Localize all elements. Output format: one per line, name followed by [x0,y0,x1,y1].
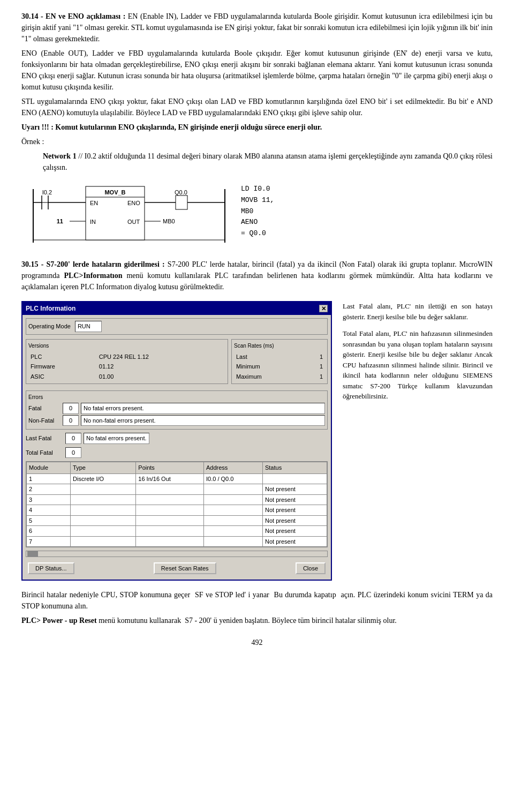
module-type [71,526,136,537]
operating-mode-value: RUN [75,321,102,332]
dialog-close-button[interactable]: ✕ [319,305,328,312]
paragraph-network: Network 1 // I0.2 aktif olduğunda 11 des… [43,151,493,173]
nonfatal-label: Non-Fatal [28,416,61,425]
scan-min-label: Minimum [234,362,307,372]
module-points [136,494,204,505]
module-address [203,494,262,505]
scan-rates-table: Last 1 Minimum 1 Maximum 1 [234,352,325,382]
reset-scan-rates-button[interactable]: Reset Scan Rates [154,562,216,574]
code-line-3: MB0 [241,206,274,217]
footer-paragraph-1: Birincil hatalar nedeniyle CPU, STOP kon… [21,589,493,612]
module-address [203,515,262,526]
plc-dialog-wrapper: PLC Information ✕ Operating Mode RUN Ver… [21,301,493,581]
firmware-value: 01.12 [97,362,225,372]
total-fatal-label: Total Fatal [26,448,63,457]
in-value: 11 [57,218,63,224]
total-fatal-item: Total Fatal 0 [26,447,81,458]
page-number: 492 [21,637,493,648]
table-row: Last 1 [234,352,325,362]
module-points [136,536,204,547]
table-row: Minimum 1 [234,362,325,372]
module-type [71,484,136,495]
module-points [136,484,204,495]
ladder-code: LD I0.0 MOVB 11, MB0 AENO = Q0.0 [241,184,274,239]
section-15-heading: 30.15 - S7-200' lerde hataların giderilm… [21,259,493,292]
module-type [71,515,136,526]
last-fatal-value: 0 [65,433,81,444]
versions-group-title: Versions [28,342,225,350]
module-status: Not present [262,484,327,495]
last-total-section: Last Fatal 0 No fatal errors present. [26,433,328,444]
horizontal-scrollbar[interactable] [26,551,328,557]
side-text-1: Last Fatal alanı, PLC' nin ilettiği en s… [343,301,493,322]
plc-information-dialog: PLC Information ✕ Operating Mode RUN Ver… [21,301,332,581]
module-address [203,505,262,516]
close-button[interactable]: Close [296,562,326,574]
module-points: 16 In/16 Out [136,473,204,484]
in-label: IN [90,219,96,225]
module-address [203,526,262,537]
table-row: 7 Not present [27,536,327,547]
plc-side-text: Last Fatal alanı, PLC' nin ilettiği en s… [343,301,493,408]
last-fatal-item: Last Fatal 0 No fatal errors present. [26,433,149,444]
errors-group-title: Errors [28,393,325,401]
scrollbar-thumb[interactable] [27,551,38,557]
col-points: Points [136,462,204,474]
module-points [136,505,204,516]
module-type [71,494,136,505]
out-label: OUT [127,219,140,225]
table-row: ASIC 01.00 [28,372,225,382]
operating-mode-row: Operating Mode RUN [26,318,328,335]
movb-title: MOV_B [104,189,125,196]
page-content: 30.14 - EN ve ENO açıklaması : EN (Enabl… [21,11,493,648]
error-nonfatal-row: Non-Fatal 0 No non-fatal errors present. [28,415,325,426]
module-status: Not present [262,515,327,526]
total-fatal-value: 0 [65,447,81,458]
module-num: 6 [27,526,71,537]
table-header-row: Module Type Points Address Status [27,462,327,474]
module-type: Discrete I/O [71,473,136,484]
module-num: 2 [27,484,71,495]
nonfatal-desc: No non-fatal errors present. [81,415,325,426]
error-fatal-row: Fatal 0 No fatal errors present. [28,403,325,414]
module-table: Module Type Points Address Status 1 Disc… [26,462,327,547]
module-status [262,473,327,484]
table-row: 2 Not present [27,484,327,495]
versions-section: Versions PLC CPU 224 REL 1.12 Firmware 0… [26,339,228,388]
dp-status-button[interactable]: DP Status... [28,562,74,574]
paragraph-1: 30.14 - EN ve ENO açıklaması : EN (Enabl… [21,11,493,44]
total-fatal-section: Total Fatal 0 [26,447,328,458]
errors-group: Errors Fatal 0 No fatal errors present. … [26,390,328,430]
table-row: 6 Not present [27,526,327,537]
ladder-section: I0.2 MOV_B EN ENO IN OUT [32,184,493,253]
module-points [136,526,204,537]
scan-rates-section: Scan Rates (ms) Last 1 Minimum 1 [231,339,328,388]
plc-label: PLC [28,352,97,362]
versions-table: PLC CPU 224 REL 1.12 Firmware 01.12 ASIC… [28,352,225,382]
dialog-body: Operating Mode RUN Versions PLC CPU 224 … [22,315,331,580]
fatal-desc: No fatal errors present. [81,403,325,414]
fatal-count: 0 [63,403,79,414]
table-row: Maximum 1 [234,372,325,382]
table-row: 5 Not present [27,515,327,526]
paragraph-3: STL uygulamalarında ENO çıkışı yoktur, f… [21,96,493,118]
scan-last-value: 1 [307,352,325,362]
code-line-4: AENO [241,217,274,228]
module-points [136,515,204,526]
module-type [71,536,136,547]
scan-max-label: Maximum [234,372,307,382]
fatal-label: Fatal [28,404,61,413]
col-address: Address [203,462,262,474]
en-label: EN [90,200,98,206]
code-line-1: LD I0.0 [241,184,274,195]
module-status: Not present [262,526,327,537]
code-line-2: MOVB 11, [241,195,274,206]
scan-rates-group-title: Scan Rates (ms) [234,342,325,350]
contact-label: I0.2 [42,189,52,196]
module-status: Not present [262,536,327,547]
col-type: Type [71,462,136,474]
svg-rect-14 [176,196,187,209]
col-status: Status [262,462,327,474]
module-num: 7 [27,536,71,547]
module-num: 1 [27,473,71,484]
